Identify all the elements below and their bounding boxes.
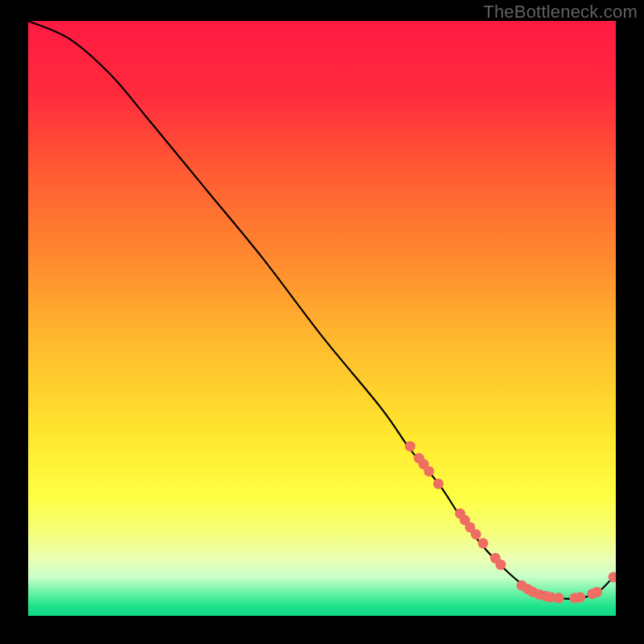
highlight-point	[423, 466, 434, 477]
chart-frame: TheBottleneck.com	[0, 0, 644, 644]
highlight-point	[495, 559, 506, 570]
watermark-text: TheBottleneck.com	[483, 2, 638, 23]
highlight-point	[575, 592, 585, 603]
highlight-point	[471, 529, 481, 539]
highlight-point	[433, 478, 444, 489]
highlight-point	[554, 592, 564, 603]
plot-area	[28, 21, 616, 616]
highlight-point	[478, 538, 489, 548]
highlight-point	[592, 587, 602, 597]
gradient-background	[28, 21, 616, 616]
highlight-point	[405, 441, 415, 452]
chart-svg	[28, 21, 616, 616]
